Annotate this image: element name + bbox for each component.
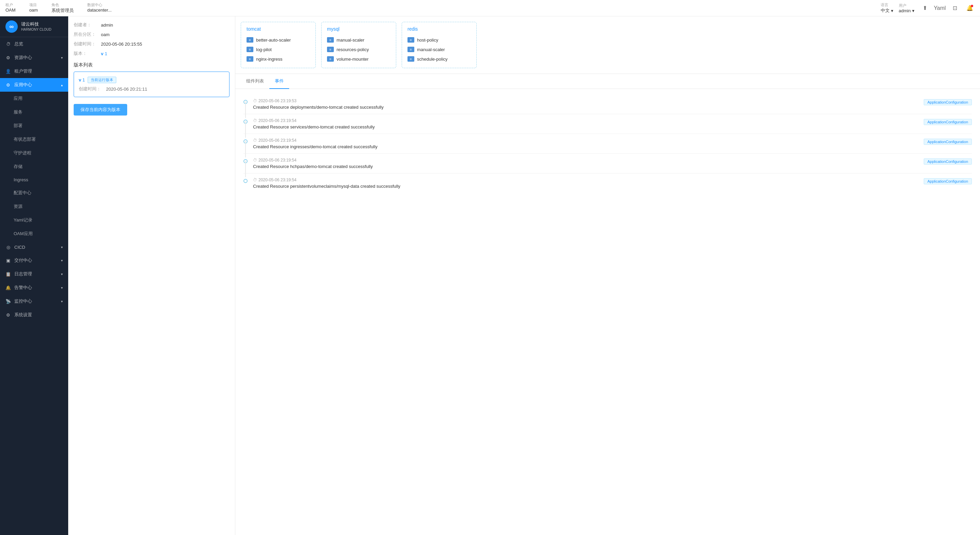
- component-box-title: redis: [407, 26, 471, 32]
- sidebar-item-monitor[interactable]: 📡 监控中心 ▾: [0, 294, 68, 308]
- sidebar-item-resources[interactable]: ⚙ 资源中心 ▾: [0, 51, 68, 64]
- current-badge: 当前运行版本: [88, 77, 116, 83]
- event-time: ⏱ 2020-05-06 23:19:53: [253, 98, 918, 103]
- logs-icon: 📋: [5, 271, 11, 277]
- project-label: 项目: [29, 2, 38, 8]
- clock-icon: ⏱: [5, 41, 11, 47]
- component-item[interactable]: manual-scaler: [327, 35, 390, 44]
- datacenter-label: 数据中心: [87, 2, 112, 8]
- sidebar-item-services[interactable]: 服务: [0, 105, 68, 119]
- component-item[interactable]: log-pilot: [247, 44, 310, 54]
- component-item-icon: [407, 47, 414, 52]
- lang-selector[interactable]: 中文 ▾: [881, 8, 893, 14]
- component-item-label: better-auto-scaler: [256, 38, 291, 43]
- sidebar-item-stateful[interactable]: 有状态部署: [0, 133, 68, 146]
- component-item-label: manual-scaler: [417, 47, 445, 52]
- datacenter-value: datacenter...: [87, 8, 112, 13]
- created-row: 创建时间： 2020-05-06 20:15:55: [74, 41, 229, 47]
- tab-events[interactable]: 事件: [269, 74, 289, 89]
- lang-value: 中文: [881, 8, 889, 14]
- sidebar-item-alerts[interactable]: 🔔 告警中心 ▾: [0, 281, 68, 294]
- zone-value: oam: [101, 32, 110, 37]
- component-item[interactable]: better-auto-scaler: [247, 35, 310, 44]
- component-box-tomcat: tomcatbetter-auto-scalerlog-pilotnginx-i…: [241, 22, 316, 68]
- version-label: 版本：: [74, 51, 101, 57]
- component-item[interactable]: volume-mounter: [327, 54, 390, 64]
- save-version-button[interactable]: 保存当前内容为版本: [74, 104, 127, 116]
- topbar-datacenter: 数据中心 datacenter...: [87, 2, 112, 14]
- sidebar-item-appcenter[interactable]: ⚙ 应用中心 ▴: [0, 78, 68, 92]
- sidebar-item-settings[interactable]: ⚙ 系统设置: [0, 308, 68, 322]
- chevron-down-icon: ▾: [61, 272, 63, 276]
- event-time: ⏱ 2020-05-06 23:19:54: [253, 118, 918, 123]
- chevron-down-icon: ▾: [61, 286, 63, 290]
- topbar-lang-container: 语言 中文 ▾: [881, 2, 893, 14]
- event-content: ⏱ 2020-05-06 23:19:54Created Resource pe…: [253, 178, 918, 189]
- yaml-label[interactable]: Yaml: [935, 3, 945, 13]
- user-value: admin: [899, 8, 911, 13]
- sidebar-item-deploy[interactable]: 部署: [0, 119, 68, 133]
- event-message: Created Resource ingresses/demo-tomcat c…: [253, 144, 918, 149]
- event-content: ⏱ 2020-05-06 23:19:53Created Resource de…: [253, 98, 918, 110]
- chevron-down-icon: ▾: [61, 300, 63, 303]
- event-content: ⏱ 2020-05-06 23:19:54Created Resource in…: [253, 138, 918, 149]
- sidebar-item-payment[interactable]: ▣ 交付中心 ▾: [0, 254, 68, 267]
- version-number: 1: [105, 51, 107, 56]
- version-card: v 1 当前运行版本 创建时间： 2020-05-06 20:21:11: [74, 71, 229, 97]
- topbar-project: 项目 oam: [29, 2, 38, 14]
- clock-icon: ⏱: [253, 98, 257, 103]
- sidebar-item-logs[interactable]: 📋 日志管理 ▾: [0, 267, 68, 281]
- event-content: ⏱ 2020-05-06 23:19:54Created Resource hc…: [253, 158, 918, 169]
- sidebar-item-yaml[interactable]: Yaml记录: [0, 213, 68, 227]
- event-badge: ApplicationConfiguration: [924, 139, 972, 145]
- topbar-meta: 租户 OAM 项目 oam 角色 系统管理员 数据中心 datacenter..…: [5, 2, 881, 14]
- component-item[interactable]: manual-scaler: [407, 44, 471, 54]
- creator-row: 创建者： admin: [74, 22, 229, 28]
- role-label: 角色: [51, 2, 74, 8]
- tab-component-list[interactable]: 组件列表: [241, 74, 269, 89]
- logo-text: 谐云科技 HARMONY CLOUD: [21, 21, 51, 32]
- topbar-tenant: 租户 OAM: [5, 2, 16, 14]
- sidebar-item-apps[interactable]: 应用: [0, 92, 68, 105]
- event-item: ⏱ 2020-05-06 23:19:54Created Resource in…: [243, 134, 972, 154]
- zone-row: 所在分区： oam: [74, 31, 229, 38]
- grid-icon: ⚙: [5, 82, 11, 87]
- component-item[interactable]: host-policy: [407, 35, 471, 44]
- sidebar-item-oamapp[interactable]: OAM应用: [0, 227, 68, 241]
- component-item[interactable]: resources-policy: [327, 44, 390, 54]
- component-item[interactable]: nginx-ingress: [247, 54, 310, 64]
- component-item[interactable]: schedule-policy: [407, 54, 471, 64]
- component-item-icon: [407, 37, 414, 43]
- sidebar-item-ingress[interactable]: Ingress: [0, 173, 68, 186]
- tenant-value: OAM: [5, 8, 16, 13]
- component-item-label: log-pilot: [256, 47, 272, 52]
- chevron-down-icon: ▾: [61, 259, 63, 262]
- topbar: 租户 OAM 项目 oam 角色 系统管理员 数据中心 datacenter..…: [0, 0, 980, 16]
- event-message: Created Resource persistentvolumeclaims/…: [253, 184, 918, 189]
- sidebar-item-cicd[interactable]: ◎ CICD ▾: [0, 241, 68, 254]
- tenant-label: 租户: [5, 2, 16, 8]
- notification-icon[interactable]: 🔔: [965, 3, 975, 13]
- sidebar-item-resources2[interactable]: 资源: [0, 200, 68, 213]
- export-icon[interactable]: ⬆: [920, 3, 929, 13]
- component-item-icon: [327, 56, 334, 62]
- component-item-icon: [327, 37, 334, 43]
- version-create-label: 创建时间：: [79, 86, 106, 92]
- sidebar-item-configcenter[interactable]: 配置中心: [0, 186, 68, 200]
- bell-icon: 🔔: [5, 285, 11, 291]
- screen-icon[interactable]: ⊡: [950, 3, 959, 13]
- component-item-label: host-policy: [417, 38, 438, 43]
- component-item-icon: [407, 56, 414, 62]
- sidebar-item-overview[interactable]: ⏱ 总览: [0, 37, 68, 51]
- settings-icon: ⚙: [5, 312, 11, 318]
- event-message: Created Resource deployments/demo-tomcat…: [253, 105, 918, 110]
- sidebar-item-storage[interactable]: 存储: [0, 160, 68, 173]
- sidebar-item-daemon[interactable]: 守护进程: [0, 146, 68, 160]
- sidebar-item-tenants[interactable]: 👤 租户管理: [0, 64, 68, 78]
- person-icon: 👤: [5, 68, 11, 74]
- chevron-up-icon: ▴: [61, 83, 63, 87]
- user-selector[interactable]: admin ▾: [899, 8, 915, 13]
- cicd-icon: ◎: [5, 244, 11, 250]
- chevron-down-icon: ▾: [61, 56, 63, 60]
- creator-label: 创建者：: [74, 22, 101, 28]
